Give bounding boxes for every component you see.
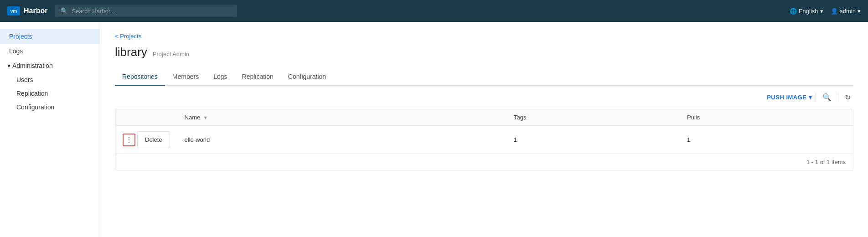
sidebar-item-projects[interactable]: Projects xyxy=(0,29,100,44)
sidebar-group-administration[interactable]: ▾ Administration xyxy=(0,58,100,73)
administration-label: Administration xyxy=(12,62,53,69)
row-pulls-cell: 1 xyxy=(680,126,853,154)
username-label: admin xyxy=(840,8,856,15)
tab-replication[interactable]: Replication xyxy=(235,68,281,86)
chevron-down-icon: ▾ xyxy=(7,62,10,69)
row-tags-cell: 1 xyxy=(506,126,680,154)
sidebar-item-replication[interactable]: Replication xyxy=(0,87,100,100)
tab-configuration[interactable]: Configuration xyxy=(281,68,333,86)
context-menu-delete[interactable]: Delete xyxy=(138,134,170,146)
col-header-menu xyxy=(115,109,177,126)
row-name-cell: ello-world xyxy=(177,126,506,154)
search-icon: 🔍 xyxy=(60,7,68,15)
chevron-down-icon: ▾ xyxy=(809,94,812,101)
search-button[interactable]: 🔍 xyxy=(820,91,834,103)
top-navigation: vm Harbor 🔍 🌐 English ▾ 👤 admin ▾ xyxy=(0,0,868,22)
col-header-name: Name ▼ xyxy=(177,109,506,126)
topnav-right: 🌐 English ▾ 👤 admin ▾ xyxy=(790,8,861,15)
breadcrumb[interactable]: < Projects xyxy=(115,33,853,40)
app-name: Harbor xyxy=(24,7,47,15)
main-content: < Projects library Project Admin Reposit… xyxy=(100,22,868,237)
repositories-table: Name ▼ Tags Pulls ⋮ xyxy=(115,109,853,170)
sidebar: Projects Logs ▾ Administration Users Rep… xyxy=(0,22,100,237)
sidebar-item-users[interactable]: Users xyxy=(0,73,100,87)
sidebar-item-configuration[interactable]: Configuration xyxy=(0,100,100,114)
refresh-button[interactable]: ↻ xyxy=(842,91,853,103)
push-image-button[interactable]: PUSH IMAGE ▾ xyxy=(767,94,812,101)
chevron-down-icon: ▾ xyxy=(858,8,861,15)
language-label: English xyxy=(799,8,818,15)
project-role-badge: Project Admin xyxy=(153,51,189,57)
language-selector[interactable]: 🌐 English ▾ xyxy=(790,8,823,15)
tab-members[interactable]: Members xyxy=(165,68,206,86)
refresh-icon: ↻ xyxy=(845,93,851,101)
table: Name ▼ Tags Pulls ⋮ xyxy=(115,109,853,154)
toolbar: PUSH IMAGE ▾ 🔍 ↻ xyxy=(115,86,853,109)
table-header-row: Name ▼ Tags Pulls xyxy=(115,109,853,126)
search-bar[interactable]: 🔍 xyxy=(55,5,237,17)
chevron-down-icon: ▾ xyxy=(820,8,823,15)
app-logo[interactable]: vm Harbor xyxy=(7,6,47,15)
table-row: ⋮ Delete ello-world 1 xyxy=(115,126,853,154)
filter-icon[interactable]: ▼ xyxy=(203,115,208,120)
user-icon: 👤 xyxy=(831,8,838,15)
search-input[interactable] xyxy=(72,8,232,15)
sidebar-item-logs[interactable]: Logs xyxy=(0,44,100,58)
context-menu: Delete xyxy=(137,131,170,148)
row-context-menu-button[interactable]: ⋮ xyxy=(123,134,135,146)
col-header-pulls: Pulls xyxy=(680,109,853,126)
user-menu[interactable]: 👤 admin ▾ xyxy=(831,8,861,15)
main-layout: Projects Logs ▾ Administration Users Rep… xyxy=(0,22,868,237)
row-menu-cell: ⋮ Delete xyxy=(115,126,177,154)
table-footer: 1 - 1 of 1 items xyxy=(115,154,853,170)
search-icon: 🔍 xyxy=(822,93,832,101)
col-header-tags: Tags xyxy=(506,109,680,126)
globe-icon: 🌐 xyxy=(790,8,797,15)
vm-icon: vm xyxy=(7,6,20,15)
page-title: library xyxy=(115,45,147,59)
tab-logs[interactable]: Logs xyxy=(206,68,234,86)
tab-bar: Repositories Members Logs Replication Co… xyxy=(115,68,853,86)
page-header: library Project Admin xyxy=(115,45,853,59)
tab-repositories[interactable]: Repositories xyxy=(115,68,165,86)
toolbar-divider-2 xyxy=(838,93,838,102)
toolbar-divider xyxy=(816,93,816,102)
